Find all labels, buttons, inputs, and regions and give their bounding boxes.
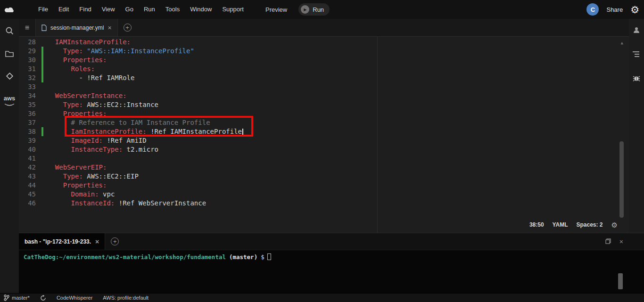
line-number[interactable]: 44 [19,181,41,190]
line-number[interactable]: 40 [19,145,41,154]
code-line[interactable]: 40 InstanceType: t2.micro [19,145,629,154]
line-number[interactable]: 39 [19,136,41,145]
activity-bar: aws [0,19,19,293]
menu-run[interactable]: Run [139,0,160,19]
tab-list-menu-icon[interactable]: ≡ [19,19,36,36]
terminal-tab-bash[interactable]: bash - "ip-172-31-19-233. × [19,233,105,250]
change-marker [41,118,45,127]
line-number[interactable]: 38 [19,127,41,136]
line-number[interactable]: 33 [19,82,41,91]
menu-file[interactable]: File [33,0,53,19]
code-line[interactable]: 39 ImageId: !Ref AmiID [19,136,629,145]
line-number[interactable]: 41 [19,154,41,163]
code-line[interactable]: 34 WebServerInstance: [19,91,629,100]
code-line[interactable]: 41 [19,154,629,163]
search-icon[interactable] [5,26,14,37]
source-control-icon[interactable] [6,72,14,82]
change-marker [41,163,45,172]
line-number[interactable]: 37 [19,118,41,127]
tab-close-icon[interactable]: × [107,24,111,31]
terminal-tab-close-icon[interactable]: × [95,238,99,245]
line-number[interactable]: 29 [19,47,41,56]
terminal-prompt-branch: (master) [229,253,257,261]
outline-icon[interactable] [633,51,640,59]
change-marker [41,172,45,181]
code-text: Properties: [45,56,107,65]
code-line[interactable]: 45 Domain: vpc [19,190,629,199]
tab-title: session-manager.yml [50,24,104,31]
menu-find[interactable]: Find [74,0,96,19]
code-editor[interactable]: 28 IAMInstanceProfile:29 Type: "AWS::IAM… [19,37,629,233]
line-number[interactable]: 31 [19,65,41,73]
code-line[interactable]: 42 WebServerEIP: [19,163,629,172]
play-icon: ▶ [301,5,309,14]
code-line[interactable]: 31 Roles: [19,65,629,73]
terminal-maximize-icon[interactable] [605,237,611,246]
line-number[interactable]: 28 [19,38,41,47]
terminal-output[interactable]: CatTheDog:~/environment/ws2-material/wor… [19,250,644,293]
line-number[interactable]: 42 [19,163,41,172]
git-branch-status[interactable]: master* [4,294,30,301]
change-marker [41,47,45,56]
menu-support[interactable]: Support [217,0,249,19]
line-number[interactable]: 34 [19,91,41,100]
print-margin-line [377,37,378,233]
debugger-bug-icon[interactable] [633,74,640,84]
line-number[interactable]: 32 [19,73,41,82]
code-text: Properties: [45,181,107,190]
run-button[interactable]: ▶ Run [298,3,330,16]
menu-view[interactable]: View [97,0,120,19]
line-number[interactable]: 36 [19,109,41,118]
code-text: InstanceType: t2.micro [45,145,158,154]
new-terminal-button[interactable]: + [111,237,119,245]
new-tab-button[interactable]: + [124,24,132,32]
code-line[interactable]: 43 Type: AWS::EC2::EIP [19,172,629,181]
aws-toolkit-icon[interactable]: aws [0,95,19,107]
line-number[interactable]: 30 [19,56,41,65]
code-line[interactable]: 28 IAMInstanceProfile: [19,38,629,47]
code-line[interactable]: 44 Properties: [19,181,629,190]
editor-settings-gear-icon[interactable]: ⚙ [611,220,618,229]
language-mode[interactable]: YAML [553,220,568,229]
settings-gear-icon[interactable]: ⚙ [630,5,639,15]
toolbar-right: C Share ⚙ [586,0,639,19]
change-marker [41,91,45,100]
code-line[interactable]: 30 Properties: [19,56,629,65]
code-line[interactable]: 46 InstanceId: !Ref WebServerInstance [19,199,629,208]
sync-icon[interactable] [40,295,46,301]
codewhisperer-status[interactable]: CodeWhisperer [57,295,92,301]
code-line[interactable]: 32 - !Ref IAMRole [19,73,629,82]
line-number[interactable]: 46 [19,199,41,208]
menu-tools[interactable]: Tools [160,0,185,19]
line-number[interactable]: 35 [19,100,41,109]
files-icon[interactable] [5,50,14,59]
avatar[interactable]: C [586,3,599,16]
cloud9-logo[interactable] [0,0,19,19]
code-line[interactable]: 33 [19,82,629,91]
line-number[interactable]: 43 [19,172,41,181]
git-branch-icon [4,294,9,301]
tab-session-manager-yml[interactable]: session-manager.yml × [36,19,118,36]
menu-window[interactable]: Window [185,0,217,19]
main-area: aws ≡ session-manager.yml × + [0,19,644,293]
menu-edit[interactable]: Edit [53,0,74,19]
aws-profile-status[interactable]: AWS: profile:default [103,295,149,301]
code-line[interactable]: 29 Type: "AWS::IAM::InstanceProfile" [19,47,629,56]
indent-setting[interactable]: Spaces: 2 [577,220,603,229]
share-button[interactable]: Share [606,6,623,13]
change-marker [41,82,45,91]
code-text: Type: AWS::EC2::EIP [45,172,139,181]
terminal-scrollbar-thumb[interactable] [618,273,623,289]
terminal-tabbar: bash - "ip-172-31-19-233. × + × [19,233,644,250]
editor-scrollbar-thumb[interactable] [619,141,624,218]
change-marker [41,199,45,208]
change-marker [41,127,45,136]
code-line[interactable]: 35 Type: AWS::EC2::Instance [19,100,629,109]
terminal-panel-close-icon[interactable]: × [619,238,623,245]
line-number[interactable]: 45 [19,190,41,199]
preview-button[interactable]: Preview [265,6,287,13]
collaborate-icon[interactable] [633,26,640,36]
statusbar: master* CodeWhisperer AWS: profile:defau… [0,293,644,302]
scrollbar-up-arrow[interactable]: ▲ [621,39,623,48]
menu-go[interactable]: Go [120,0,139,19]
